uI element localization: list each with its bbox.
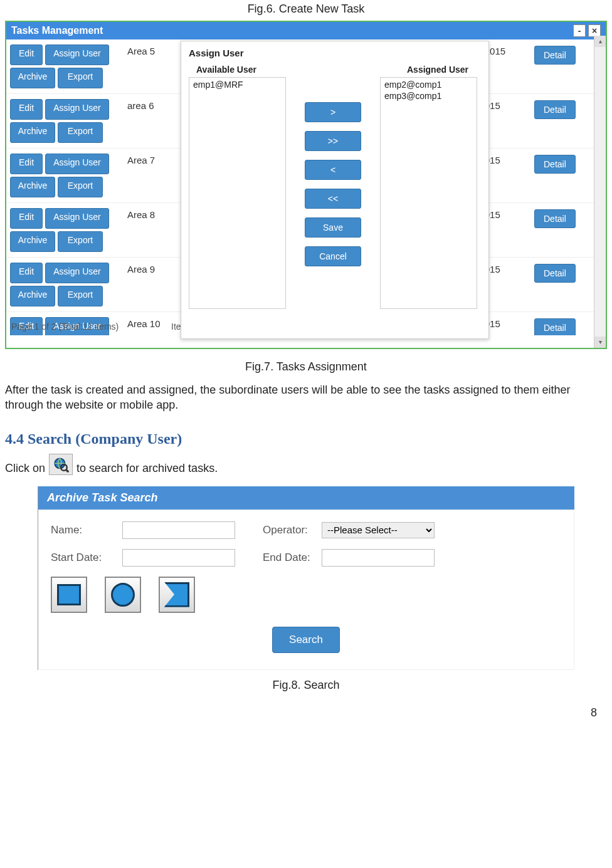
operator-select[interactable]: --Please Select-- — [322, 522, 435, 538]
list-item[interactable]: emp3@comp1 — [383, 90, 474, 102]
start-date-input[interactable] — [122, 549, 235, 567]
archive-button[interactable]: Archive — [10, 231, 55, 252]
globe-search-icon — [49, 454, 73, 475]
archive-button[interactable]: Archive — [10, 177, 55, 197]
click-on-text: Click on to search for archived tasks. — [5, 454, 607, 475]
edit-button[interactable]: Edit — [10, 44, 43, 65]
polygon-shape-icon[interactable] — [159, 577, 195, 613]
move-left-button[interactable]: < — [305, 160, 361, 180]
archive-button[interactable]: Archive — [10, 122, 55, 143]
edit-button[interactable]: Edit — [10, 263, 43, 283]
name-input[interactable] — [122, 521, 235, 539]
archive-button[interactable]: Archive — [10, 286, 55, 306]
page-number: 8 — [591, 706, 597, 719]
end-date-input[interactable] — [322, 549, 435, 567]
archive-search-title: Archive Task Search — [38, 486, 574, 510]
export-button[interactable]: Export — [58, 122, 103, 143]
list-item[interactable]: emp1@MRF — [192, 79, 283, 90]
rectangle-shape-icon[interactable] — [51, 577, 87, 613]
start-date-label: Start Date: — [51, 552, 113, 564]
svg-line-2 — [66, 469, 68, 472]
name-label: Name: — [51, 524, 113, 536]
fig6-caption: Fig.6. Create New Task — [0, 3, 612, 16]
archive-search-screenshot: Archive Task Search Name: Operator: --Pl… — [38, 486, 574, 670]
scroll-up-icon[interactable]: ▴ — [594, 36, 606, 47]
detail-button[interactable]: Detail — [534, 318, 576, 335]
operator-label: Operator: — [263, 524, 313, 536]
edit-button[interactable]: Edit — [10, 154, 43, 174]
window-title: Tasks Management — [11, 25, 103, 36]
edit-button[interactable]: Edit — [10, 208, 43, 229]
save-button[interactable]: Save — [305, 217, 361, 238]
cancel-button[interactable]: Cancel — [305, 246, 361, 266]
inline-text-after: to search for archived tasks. — [76, 462, 218, 475]
detail-button[interactable]: Detail — [534, 100, 576, 119]
archive-button[interactable]: Archive — [10, 68, 55, 88]
move-all-left-button[interactable]: << — [305, 189, 361, 209]
detail-button[interactable]: Detail — [534, 155, 576, 174]
fig7-caption: Fig.7. Tasks Assignment — [0, 360, 612, 374]
assigned-users-list[interactable]: emp2@comp1 emp3@comp1 — [380, 77, 477, 309]
close-button[interactable]: × — [588, 24, 601, 37]
move-all-right-button[interactable]: >> — [305, 131, 361, 151]
modal-title: Assign User — [181, 41, 488, 62]
minimize-button[interactable]: - — [573, 24, 586, 37]
vertical-scrollbar[interactable]: ▴ ▾ — [594, 36, 606, 348]
end-date-label: End Date: — [263, 552, 313, 564]
export-button[interactable]: Export — [58, 286, 103, 306]
assign-user-button[interactable]: Assign User — [45, 44, 109, 65]
list-item[interactable]: emp2@comp1 — [383, 79, 474, 90]
detail-button[interactable]: Detail — [534, 46, 576, 65]
fig8-caption: Fig.8. Search — [0, 679, 612, 692]
detail-button[interactable]: Detail — [534, 264, 576, 283]
assign-user-button[interactable]: Assign User — [45, 208, 109, 229]
circle-shape-icon[interactable] — [105, 577, 141, 613]
tasks-management-screenshot: Tasks Management - × Edit Assign User Ar… — [5, 21, 607, 349]
section-heading: 4.4 Search (Company User) — [5, 431, 607, 447]
body-paragraph: After the task is created and assigned, … — [5, 382, 607, 413]
available-header: Available User — [181, 62, 309, 77]
scroll-down-icon[interactable]: ▾ — [594, 337, 606, 348]
available-users-list[interactable]: emp1@MRF — [189, 77, 286, 309]
assign-user-button[interactable]: Assign User — [45, 99, 109, 120]
assigned-header: Assigned User — [392, 62, 473, 77]
assign-user-modal: Assign User Available User Assigned User… — [181, 41, 489, 339]
export-button[interactable]: Export — [58, 68, 103, 88]
export-button[interactable]: Export — [58, 177, 103, 197]
inline-text-before: Click on — [5, 462, 45, 475]
detail-button[interactable]: Detail — [534, 209, 576, 228]
pagination-footer: Page 1 of 2 (Total:11 items) Items — [11, 322, 193, 332]
move-right-button[interactable]: > — [305, 102, 361, 122]
window-titlebar: Tasks Management - × — [6, 22, 606, 39]
page-info: Page 1 of 2 (Total:11 items) — [11, 322, 119, 332]
search-button[interactable]: Search — [272, 627, 340, 653]
edit-button[interactable]: Edit — [10, 99, 43, 120]
export-button[interactable]: Export — [58, 231, 103, 252]
assign-user-button[interactable]: Assign User — [45, 263, 109, 283]
assign-user-button[interactable]: Assign User — [45, 154, 109, 174]
